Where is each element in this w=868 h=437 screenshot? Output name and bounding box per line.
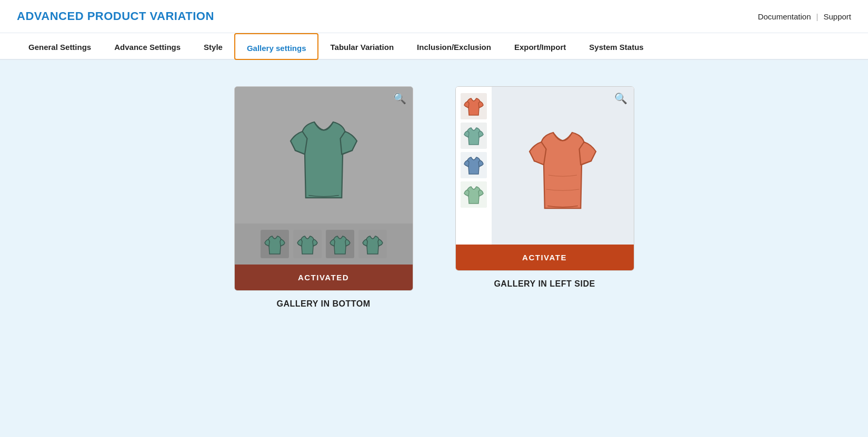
nav-general-settings[interactable]: General Settings <box>17 33 103 60</box>
nav-system-status[interactable]: System Status <box>577 33 655 60</box>
gallery-bottom-card: 🔍 <box>234 86 413 309</box>
tshirt-green-image <box>276 103 371 208</box>
nav-gallery-settings[interactable]: Gallery settings <box>234 33 319 60</box>
activate-button[interactable]: ACTIVATE <box>456 245 634 270</box>
support-link[interactable]: Support <box>823 12 851 21</box>
zoom-icon-left[interactable]: 🔍 <box>614 92 627 105</box>
nav-advance-settings[interactable]: Advance Settings <box>103 33 192 60</box>
nav-bar: General Settings Advance Settings Style … <box>0 33 868 60</box>
gallery-left-label: GALLERY IN LEFT SIDE <box>494 279 595 289</box>
left-thumb-2[interactable] <box>461 123 487 149</box>
thumb-3[interactable] <box>326 230 354 258</box>
left-thumb-1[interactable] <box>461 93 487 119</box>
documentation-link[interactable]: Documentation <box>758 12 811 21</box>
gallery-bottom-wrapper: 🔍 <box>234 86 413 291</box>
left-thumb-4[interactable] <box>461 181 487 208</box>
gallery-bottom-main: 🔍 <box>235 87 413 223</box>
thumb-2[interactable] <box>293 230 322 258</box>
header: ADVANCED PRODUCT VARIATION Documentation… <box>0 0 868 33</box>
gallery-left-main: 🔍 <box>456 87 634 245</box>
header-links: Documentation | Support <box>758 12 851 21</box>
left-thumbs-column <box>456 87 492 245</box>
gallery-left-main-image: 🔍 <box>492 87 634 245</box>
app-title: ADVANCED PRODUCT VARIATION <box>17 9 214 23</box>
thumb-4[interactable] <box>358 230 387 258</box>
nav-tabular-variation[interactable]: Tabular Variation <box>318 33 405 60</box>
tshirt-orange-image <box>515 113 610 218</box>
gallery-left-card: 🔍 <box>455 86 634 289</box>
zoom-icon-bottom[interactable]: 🔍 <box>393 92 406 105</box>
gallery-bottom-label: GALLERY IN BOTTOM <box>277 299 371 309</box>
nav-export-import[interactable]: Export/Import <box>503 33 577 60</box>
gallery-bottom-thumbnails <box>235 223 413 265</box>
activated-button[interactable]: ACTIVATED <box>235 265 413 290</box>
main-content: 🔍 <box>0 60 868 335</box>
thumb-1[interactable] <box>261 230 289 258</box>
left-thumb-3[interactable] <box>461 152 487 178</box>
nav-style[interactable]: Style <box>192 33 234 60</box>
separator: | <box>816 12 819 21</box>
gallery-left-wrapper: 🔍 <box>455 86 634 271</box>
nav-inclusion-exclusion[interactable]: Inclusion/Exclusion <box>405 33 503 60</box>
